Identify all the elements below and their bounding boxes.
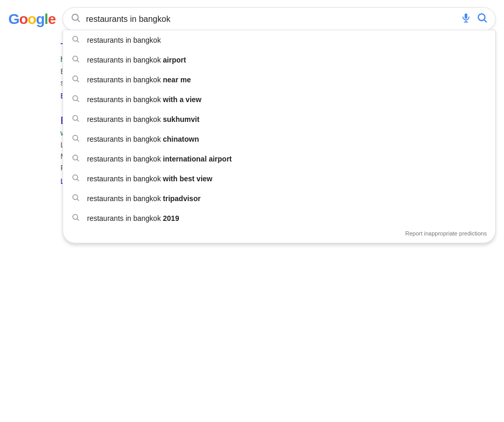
svg-line-24 [77, 199, 79, 201]
autocomplete-item-0[interactable]: restaurants in bangkok [63, 30, 495, 50]
autocomplete-item-7[interactable]: restaurants in bangkok with best view [63, 169, 495, 189]
autocomplete-search-icon-7 [71, 173, 80, 184]
logo-l: l [44, 11, 48, 28]
svg-line-26 [77, 219, 79, 220]
svg-line-22 [77, 179, 79, 181]
svg-line-8 [77, 41, 79, 42]
logo-g: G [8, 11, 19, 28]
autocomplete-search-icon-0 [71, 35, 80, 45]
logo-o2: o [28, 11, 36, 28]
search-input[interactable] [86, 15, 456, 24]
search-icon [70, 13, 81, 26]
autocomplete-text-4: restaurants in bangkok sukhumvit [87, 115, 200, 123]
autocomplete-search-icon-2 [71, 75, 80, 85]
autocomplete-search-icon-6 [71, 154, 80, 164]
autocomplete-text-7: restaurants in bangkok with best view [87, 175, 212, 183]
svg-line-1 [78, 20, 80, 22]
autocomplete-item-9[interactable]: restaurants in bangkok 2019 [63, 208, 495, 228]
autocomplete-text-8: restaurants in bangkok tripadvisor [87, 194, 201, 203]
search-box [63, 7, 496, 31]
autocomplete-search-icon-3 [71, 94, 80, 105]
svg-line-20 [77, 159, 79, 161]
search-box-wrapper: restaurants in bangkok restaurants in ba… [63, 7, 496, 31]
svg-line-6 [484, 20, 486, 22]
autocomplete-dropdown: restaurants in bangkok restaurants in ba… [63, 30, 496, 243]
logo-g2: g [36, 11, 44, 28]
autocomplete-text-3: restaurants in bangkok with a view [87, 95, 201, 104]
autocomplete-search-icon-5 [71, 134, 80, 144]
svg-rect-2 [465, 14, 468, 19]
autocomplete-text-1: restaurants in bangkok airport [87, 56, 186, 64]
autocomplete-text-5: restaurants in bangkok chinatown [87, 135, 199, 143]
svg-line-14 [77, 100, 79, 102]
autocomplete-item-1[interactable]: restaurants in bangkok airport [63, 50, 495, 70]
autocomplete-item-4[interactable]: restaurants in bangkok sukhumvit [63, 109, 495, 129]
autocomplete-item-8[interactable]: restaurants in bangkok tripadvisor [63, 189, 495, 208]
search-button-icon[interactable] [476, 12, 488, 26]
logo-e: e [48, 11, 56, 28]
autocomplete-search-icon-8 [71, 193, 80, 204]
autocomplete-text-2: restaurants in bangkok near me [87, 76, 191, 84]
autocomplete-item-6[interactable]: restaurants in bangkok international air… [63, 149, 495, 169]
header: Google [0, 0, 504, 36]
autocomplete-search-icon-4 [71, 114, 80, 125]
svg-line-10 [77, 60, 79, 62]
autocomplete-item-5[interactable]: restaurants in bangkok chinatown [63, 129, 495, 149]
google-logo: Google [8, 11, 55, 28]
mic-icon[interactable] [461, 13, 471, 26]
autocomplete-search-icon-9 [71, 213, 80, 224]
autocomplete-text-9: restaurants in bangkok 2019 [87, 214, 179, 222]
logo-o1: o [19, 11, 28, 28]
autocomplete-item-2[interactable]: restaurants in bangkok near me [63, 70, 495, 90]
autocomplete-search-icon-1 [71, 55, 80, 65]
svg-line-16 [77, 120, 79, 121]
report-predictions-link[interactable]: Report inappropriate predictions [63, 228, 495, 239]
svg-line-12 [77, 80, 79, 82]
autocomplete-text-6: restaurants in bangkok international air… [87, 155, 232, 163]
svg-line-18 [77, 140, 79, 141]
autocomplete-text-0: restaurants in bangkok [87, 36, 161, 44]
autocomplete-item-3[interactable]: restaurants in bangkok with a view [63, 90, 495, 109]
